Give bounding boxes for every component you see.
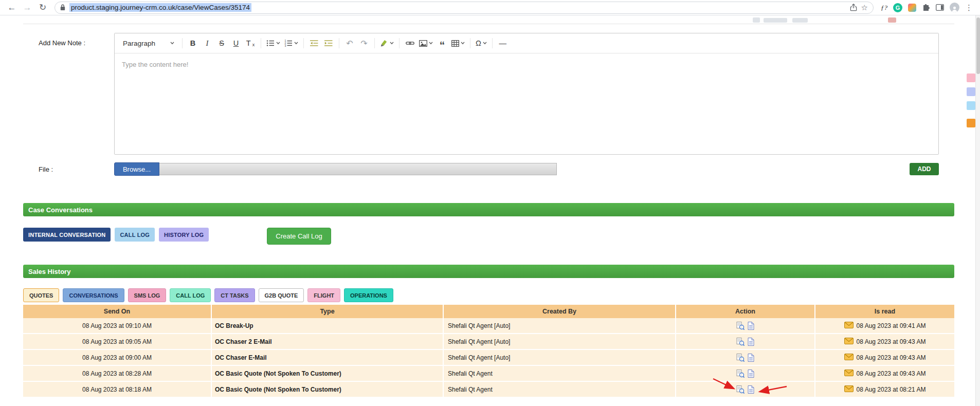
refresh-button[interactable]: ↻ (36, 1, 49, 14)
history-log-button[interactable]: HISTORY LOG (159, 228, 209, 242)
insert-image-icon[interactable] (418, 36, 434, 50)
url-bar[interactable]: product.staging.journey-crm.co.uk/case/V… (55, 2, 874, 14)
call-log-button[interactable]: CALL LOG (115, 228, 155, 242)
send-on-cell: 08 Aug 2023 at 08:28 AM (23, 366, 211, 382)
create-call-log-button[interactable]: Create Call Log (267, 228, 331, 245)
is-read-cell: 08 Aug 2023 at 08:21 AM (814, 382, 954, 398)
envelope-icon (844, 354, 854, 362)
cutoff-text (764, 18, 787, 23)
browse-button[interactable]: Browse... (114, 162, 159, 176)
preview-icon[interactable] (736, 385, 745, 394)
editor-body[interactable]: Type the content here! (115, 53, 938, 154)
table-row: 08 Aug 2023 at 08:18 AM OC Basic Quote (… (23, 382, 954, 398)
created-by-cell: Shefali Qt Agent (443, 382, 675, 398)
table-header-row: Send On Type Created By Action Is read (23, 305, 954, 318)
outdent-icon[interactable] (307, 36, 321, 50)
tab-ct-tasks[interactable]: CT TASKS (214, 288, 255, 302)
tab-operations[interactable]: OPERATIONS (344, 288, 393, 302)
redo-icon[interactable]: ↷ (357, 36, 371, 50)
link-icon[interactable] (403, 36, 416, 50)
tab-conversations[interactable]: CONVERSATIONS (63, 288, 124, 302)
scrollbar-thumb[interactable] (976, 17, 980, 74)
forward-button[interactable]: → (21, 1, 34, 14)
extensions-puzzle-icon[interactable] (922, 4, 930, 11)
screen: ← → ↻ product.staging.journey-crm.co.uk/… (0, 0, 980, 406)
header-action: Action (675, 305, 814, 318)
back-button[interactable]: ← (5, 1, 19, 14)
browser-extensions-area: ƒ? G ⋮ (879, 3, 975, 12)
cutoff-icon (753, 17, 760, 23)
side-panel-icon[interactable] (936, 4, 944, 11)
preview-icon[interactable] (736, 322, 745, 330)
italic-icon[interactable]: I (201, 36, 214, 50)
share-icon[interactable] (850, 4, 857, 11)
document-icon[interactable] (748, 370, 754, 378)
toolbar-separator (339, 38, 339, 48)
is-read-cell: 08 Aug 2023 at 09:43 AM (814, 350, 954, 366)
indent-icon[interactable] (322, 36, 335, 50)
bold-icon[interactable]: B (186, 36, 199, 50)
block-quote-icon[interactable]: “ (435, 36, 449, 50)
tab-quotes[interactable]: QUOTES (23, 288, 59, 302)
envelope-icon (844, 385, 854, 394)
toolbar-separator (374, 38, 375, 48)
edge-widget-blue[interactable] (967, 101, 975, 110)
edge-widget-pink[interactable] (967, 73, 975, 82)
is-read-date: 08 Aug 2023 at 08:21 AM (857, 386, 926, 393)
bulleted-list-icon[interactable] (265, 36, 282, 50)
document-icon[interactable] (748, 338, 754, 346)
toolbar-separator (182, 38, 183, 48)
envelope-icon (844, 322, 854, 330)
bookmark-star-icon[interactable]: ☆ (861, 3, 868, 12)
envelope-icon (844, 338, 854, 346)
sales-history-table: Send On Type Created By Action Is read 0… (23, 305, 954, 398)
strikethrough-icon[interactable]: S (215, 36, 228, 50)
profile-avatar[interactable] (950, 3, 959, 12)
fn-extension-icon[interactable]: ƒ? (881, 4, 887, 12)
document-icon[interactable] (748, 385, 754, 394)
highlight-marker-icon[interactable] (378, 36, 395, 50)
tab-sms-log[interactable]: SMS LOG (128, 288, 167, 302)
numbered-list-icon[interactable]: 123 (283, 36, 300, 50)
edge-widget-orange[interactable] (967, 119, 975, 127)
underline-icon[interactable]: U (229, 36, 243, 50)
header-type: Type (211, 305, 443, 318)
case-conversations-header: Case Conversations (23, 203, 954, 216)
type-cell: OC Break-Up (211, 318, 443, 334)
horizontal-rule-icon[interactable]: — (496, 36, 510, 50)
preview-icon[interactable] (736, 370, 745, 378)
toolbar-separator (303, 38, 304, 48)
header-created-by: Created By (443, 305, 675, 318)
is-read-cell: 08 Aug 2023 at 09:43 AM (814, 334, 954, 350)
file-input-track[interactable] (159, 163, 557, 175)
toolbar-separator (470, 38, 470, 48)
type-cell: OC Chaser E-Mail (211, 350, 443, 366)
preview-icon[interactable] (736, 338, 745, 346)
created-by-cell: Shefali Qt Agent (443, 366, 675, 382)
paragraph-dropdown[interactable]: Paragraph (119, 36, 178, 50)
tab-call-log[interactable]: CALL LOG (170, 288, 211, 302)
special-character-icon[interactable]: Ω (474, 36, 488, 50)
document-icon[interactable] (748, 322, 754, 330)
tab-g2b-quote[interactable]: G2B QUOTE (259, 288, 304, 302)
grammarly-icon[interactable]: G (893, 3, 902, 12)
browser-menu-icon[interactable]: ⋮ (965, 3, 973, 12)
envelope-icon (844, 370, 854, 378)
vertical-scrollbar (975, 15, 980, 406)
undo-icon[interactable]: ↶ (343, 36, 356, 50)
url-text[interactable]: product.staging.journey-crm.co.uk/case/V… (69, 3, 251, 12)
sales-history-header: Sales History (23, 265, 954, 278)
conversation-buttons-row: INTERNAL CONVERSATION CALL LOG HISTORY L… (23, 228, 954, 245)
add-button[interactable]: ADD (910, 163, 939, 175)
edge-widget-periwinkle[interactable] (967, 87, 975, 96)
preview-icon[interactable] (736, 354, 745, 362)
color-pen-extension-icon[interactable] (908, 4, 916, 12)
internal-conversation-button[interactable]: INTERNAL CONVERSATION (23, 228, 111, 242)
insert-table-icon[interactable] (450, 36, 466, 50)
action-cell (675, 318, 814, 334)
tab-flight[interactable]: FLIGHT (307, 288, 340, 302)
table-row: 08 Aug 2023 at 09:00 AM OC Chaser E-Mail… (23, 350, 954, 366)
document-icon[interactable] (748, 354, 754, 362)
remove-format-icon[interactable]: Tx (244, 36, 257, 50)
is-read-date: 08 Aug 2023 at 09:41 AM (857, 322, 926, 329)
